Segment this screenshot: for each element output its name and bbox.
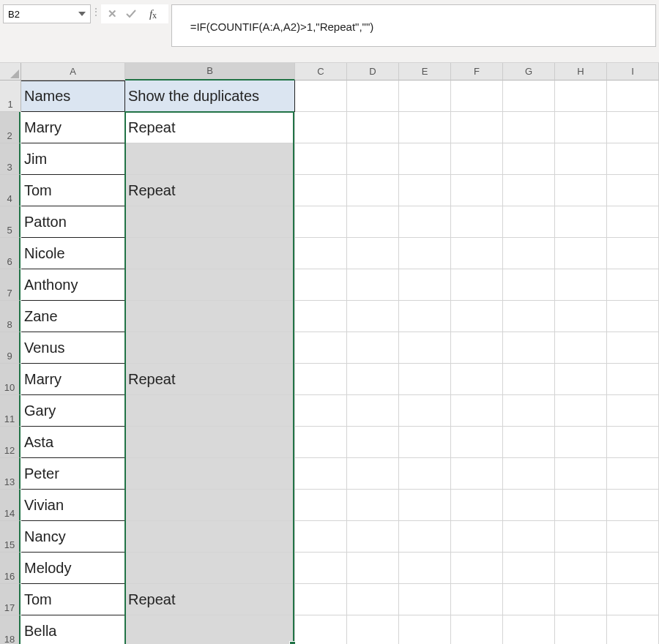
cell-I1[interactable] [607,80,659,112]
cell-G8[interactable] [503,301,555,332]
cell-C18[interactable] [295,615,347,644]
cell-E1[interactable] [399,80,451,112]
cell-G17[interactable] [503,584,555,615]
cell-B17[interactable]: Repeat [125,584,295,615]
cell-G16[interactable] [503,553,555,584]
cell-E13[interactable] [399,458,451,490]
cell-D8[interactable] [347,301,399,332]
cell-I7[interactable] [607,269,659,301]
cell-C1[interactable] [295,80,347,112]
cell-H11[interactable] [555,395,607,427]
column-header-B[interactable]: B [125,63,295,80]
cell-B16[interactable] [125,553,295,584]
row-header-11[interactable]: 11 [0,395,21,427]
cell-C14[interactable] [295,490,347,521]
cell-E17[interactable] [399,584,451,615]
cell-G6[interactable] [503,238,555,269]
cell-A5[interactable]: Patton [21,206,125,238]
row-header-5[interactable]: 5 [0,206,21,238]
cell-A6[interactable]: Nicole [21,238,125,269]
cell-F13[interactable] [451,458,503,490]
cell-H13[interactable] [555,458,607,490]
row-header-6[interactable]: 6 [0,238,21,269]
row-header-9[interactable]: 9 [0,332,21,364]
cell-B8[interactable] [125,301,295,332]
cell-E2[interactable] [399,112,451,143]
cell-G2[interactable] [503,112,555,143]
cell-C2[interactable] [295,112,347,143]
cell-D7[interactable] [347,269,399,301]
cell-H3[interactable] [555,143,607,175]
cell-C7[interactable] [295,269,347,301]
cell-G12[interactable] [503,427,555,458]
cell-D9[interactable] [347,332,399,364]
cell-A16[interactable]: Melody [21,553,125,584]
column-header-E[interactable]: E [399,63,451,80]
cell-I16[interactable] [607,553,659,584]
cell-H15[interactable] [555,521,607,553]
cell-B1[interactable]: Show the duplicates [125,80,295,112]
cell-I5[interactable] [607,206,659,238]
column-header-I[interactable]: I [607,63,659,80]
cell-G11[interactable] [503,395,555,427]
column-header-C[interactable]: C [295,63,347,80]
column-header-D[interactable]: D [347,63,399,80]
cell-D3[interactable] [347,143,399,175]
cell-D10[interactable] [347,364,399,395]
cell-I4[interactable] [607,175,659,206]
row-header-15[interactable]: 15 [0,521,21,553]
cell-I12[interactable] [607,427,659,458]
cell-F3[interactable] [451,143,503,175]
row-header-13[interactable]: 13 [0,458,21,490]
cell-I6[interactable] [607,238,659,269]
cell-H6[interactable] [555,238,607,269]
cell-A10[interactable]: Marry [21,364,125,395]
cell-D1[interactable] [347,80,399,112]
cell-D18[interactable] [347,615,399,644]
cell-G5[interactable] [503,206,555,238]
cell-C9[interactable] [295,332,347,364]
cell-F1[interactable] [451,80,503,112]
cell-A2[interactable]: Marry [21,112,125,143]
cell-G3[interactable] [503,143,555,175]
cell-B15[interactable] [125,521,295,553]
row-header-17[interactable]: 17 [0,584,21,615]
cell-F2[interactable] [451,112,503,143]
cell-F18[interactable] [451,615,503,644]
cell-A8[interactable]: Zane [21,301,125,332]
cell-H7[interactable] [555,269,607,301]
cell-F15[interactable] [451,521,503,553]
cell-G18[interactable] [503,615,555,644]
name-box[interactable]: B2 [3,4,91,23]
cell-A3[interactable]: Jim [21,143,125,175]
cell-E11[interactable] [399,395,451,427]
cell-F7[interactable] [451,269,503,301]
cell-F5[interactable] [451,206,503,238]
cell-G9[interactable] [503,332,555,364]
cell-H2[interactable] [555,112,607,143]
cell-D12[interactable] [347,427,399,458]
cell-C6[interactable] [295,238,347,269]
cell-B13[interactable] [125,458,295,490]
cell-E18[interactable] [399,615,451,644]
cell-G14[interactable] [503,490,555,521]
cell-G13[interactable] [503,458,555,490]
cell-F17[interactable] [451,584,503,615]
cell-E7[interactable] [399,269,451,301]
cell-E8[interactable] [399,301,451,332]
cell-D2[interactable] [347,112,399,143]
cell-A15[interactable]: Nancy [21,521,125,553]
cell-H10[interactable] [555,364,607,395]
cell-I17[interactable] [607,584,659,615]
row-header-12[interactable]: 12 [0,427,21,458]
cell-B4[interactable]: Repeat [125,175,295,206]
cell-H8[interactable] [555,301,607,332]
cell-C16[interactable] [295,553,347,584]
cell-D16[interactable] [347,553,399,584]
cell-F9[interactable] [451,332,503,364]
cell-I13[interactable] [607,458,659,490]
cell-G1[interactable] [503,80,555,112]
cell-A7[interactable]: Anthony [21,269,125,301]
cell-F11[interactable] [451,395,503,427]
cell-C3[interactable] [295,143,347,175]
